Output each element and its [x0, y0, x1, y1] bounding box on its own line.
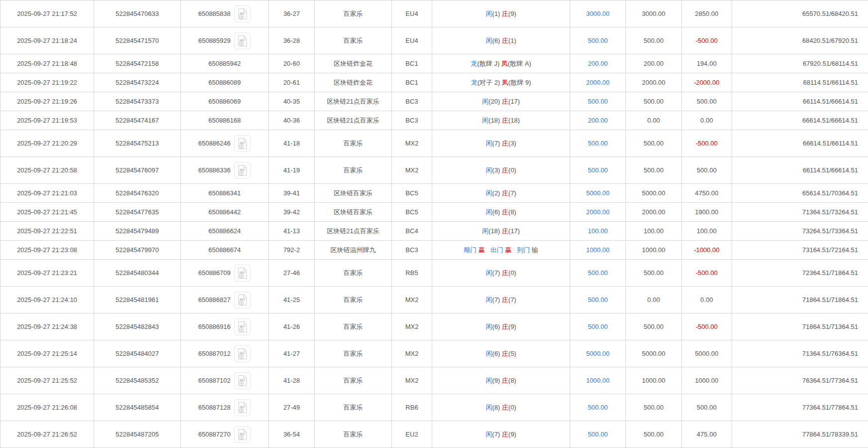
bet-amount-link[interactable]: 2000.00 [586, 208, 610, 216]
round-no-cell: 40-36 [269, 111, 315, 130]
video-replay-button[interactable] [234, 265, 251, 282]
video-replay-button[interactable] [234, 426, 251, 443]
valid-amount-cell: 5000.00 [626, 340, 682, 367]
round-id-cell: 650886246 [181, 130, 269, 157]
video-replay-button[interactable] [234, 292, 251, 308]
table-code-cell: BC5 [392, 184, 432, 203]
result-cell: 闲(6) 庄(5) [432, 340, 570, 367]
game-name-cell: 百家乐 [315, 340, 392, 367]
winloss-cell: 500.00 [682, 92, 732, 111]
round-id-cell: 650885929 [181, 27, 269, 54]
table-code-cell: MX2 [392, 367, 432, 394]
bet-amount-link[interactable]: 500.00 [588, 431, 608, 438]
bet-id-cell: 522845473373 [94, 92, 181, 111]
result-segment: 输 [532, 246, 538, 254]
round-id-cell: 650887012 [181, 340, 269, 367]
result-segment: 凤 [502, 79, 508, 86]
bet-amount-cell: 500.00 [570, 27, 626, 54]
video-replay-button[interactable] [234, 135, 251, 152]
bet-amount-link[interactable]: 5000.00 [586, 350, 610, 357]
winloss-cell: -2000.00 [682, 73, 732, 92]
result-segment: 庄 [502, 189, 508, 197]
valid-amount-cell: 2000.00 [626, 203, 682, 222]
result-segment: (7) [492, 296, 502, 303]
video-replay-button[interactable] [234, 399, 251, 416]
valid-amount-cell: 1000.00 [626, 241, 682, 260]
game-name-cell: 百家乐 [315, 421, 392, 448]
round-id-cell: 650886674 [181, 241, 269, 260]
bet-amount-link[interactable]: 5000.00 [586, 189, 610, 197]
winloss-cell: 2850.00 [682, 0, 732, 27]
bet-amount-link[interactable]: 200.00 [588, 117, 608, 124]
bet-amount-link[interactable]: 500.00 [588, 140, 608, 147]
bet-id-cell: 522845476320 [94, 184, 181, 203]
bet-amount-link[interactable]: 1000.00 [586, 246, 610, 254]
result-cell: 闲(6) 庄(8) [432, 203, 570, 222]
balance-cell: 66114.51/66614.51 [732, 92, 868, 111]
bet-time-cell: 2025-09-27 21:19:26 [0, 92, 94, 111]
result-segment: 庄 [502, 166, 508, 174]
winloss-cell: 1000.00 [682, 367, 732, 394]
result-segment: (8) [508, 208, 516, 216]
result-segment: (9) [508, 431, 516, 438]
round-id-cell: 650885942 [181, 54, 269, 73]
table-code-cell: BC3 [392, 92, 432, 111]
result-segment: (18) [489, 117, 502, 124]
bet-time-cell: 2025-09-27 21:17:52 [0, 0, 94, 27]
video-file-icon [237, 164, 248, 176]
bet-amount-link[interactable]: 2000.00 [586, 79, 610, 86]
result-segment: (8) [492, 404, 502, 411]
result-cell: 龙(对子 2) 凤(散牌 9) [432, 73, 570, 92]
bet-amount-link[interactable]: 500.00 [588, 37, 608, 44]
bet-amount-link[interactable]: 200.00 [588, 60, 608, 67]
bet-amount-link[interactable]: 500.00 [588, 98, 608, 105]
result-segment: (20) [489, 98, 502, 105]
result-cell: 闲(2) 庄(7) [432, 184, 570, 203]
winloss-cell: -500.00 [682, 130, 732, 157]
game-name-cell: 区块链21点百家乐 [315, 92, 392, 111]
video-replay-button[interactable] [234, 345, 251, 362]
bet-time-cell: 2025-09-27 21:24:38 [0, 313, 94, 340]
table-code-cell: BC1 [392, 54, 432, 73]
valid-amount-cell: 2000.00 [626, 73, 682, 92]
bet-amount-link[interactable]: 500.00 [588, 323, 608, 330]
result-segment: 庄 [502, 208, 508, 216]
round-no-cell: 36-27 [269, 0, 315, 27]
video-replay-button[interactable] [234, 318, 251, 335]
bet-amount-link[interactable]: 500.00 [588, 296, 608, 303]
bet-amount-link[interactable]: 500.00 [588, 404, 608, 411]
bet-amount-link[interactable]: 100.00 [588, 227, 608, 235]
bet-time-cell: 2025-09-27 21:21:03 [0, 184, 94, 203]
winloss-cell: -500.00 [682, 313, 732, 340]
round-id-cell: 650886168 [181, 111, 269, 130]
video-replay-button[interactable] [234, 372, 251, 389]
video-replay-button[interactable] [234, 5, 251, 22]
bet-amount-link[interactable]: 500.00 [588, 269, 608, 277]
video-replay-button[interactable] [234, 32, 251, 49]
result-segment: 到门 [517, 246, 532, 254]
video-replay-button[interactable] [234, 162, 251, 179]
game-name-cell: 百家乐 [315, 260, 392, 287]
result-cell: 闲(6) 庄(1) [432, 27, 570, 54]
bet-amount-cell: 500.00 [570, 260, 626, 287]
round-id-value: 650885838 [198, 10, 231, 17]
winloss-cell: 500.00 [682, 394, 732, 421]
bet-amount-link[interactable]: 500.00 [588, 166, 608, 174]
game-name-cell: 百家乐 [315, 157, 392, 184]
result-segment: (6) [492, 323, 502, 330]
bet-amount-cell: 5000.00 [570, 184, 626, 203]
result-segment: 庄 [502, 140, 508, 147]
result-segment: (7) [508, 189, 516, 197]
result-segment: 庄 [502, 431, 508, 438]
result-segment: (6) [492, 208, 502, 216]
result-segment: (9) [508, 10, 516, 17]
round-no-cell: 41-28 [269, 367, 315, 394]
bet-amount-link[interactable]: 3000.00 [586, 10, 610, 17]
video-file-icon [237, 429, 248, 441]
bet-time-cell: 2025-09-27 21:19:53 [0, 111, 94, 130]
game-name-cell: 区块链21点百家乐 [315, 111, 392, 130]
round-id-value: 650887102 [198, 377, 231, 384]
result-segment [485, 246, 491, 254]
bet-amount-cell: 500.00 [570, 394, 626, 421]
bet-amount-link[interactable]: 1000.00 [586, 377, 610, 384]
